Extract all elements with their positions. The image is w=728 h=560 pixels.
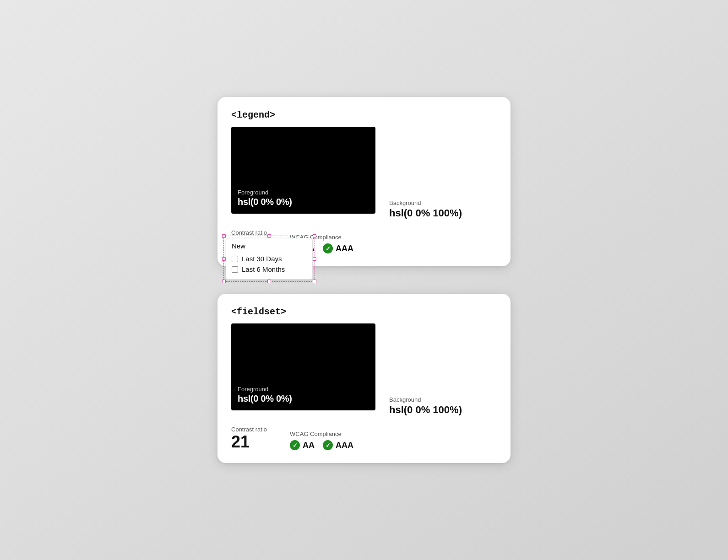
card2-bg-value: hsl(0 0% 100%): [389, 404, 462, 416]
card1-bg-title: Background: [389, 199, 462, 206]
card2-aaa-badge: ✓ AAA: [323, 440, 353, 450]
card2-bg-group: Background hsl(0 0% 100%): [389, 396, 462, 418]
card2-aaa-check-icon: ✓: [323, 440, 333, 450]
card1-contrast-title: Contrast ratio: [231, 229, 267, 236]
card1-fg-title: Foreground: [238, 189, 292, 196]
card2-fg-value: hsl(0 0% 0%): [238, 393, 292, 404]
dropdown-box: New Last 30 Days Last 6 Months: [226, 238, 313, 280]
dropdown-item-last30[interactable]: Last 30 Days: [231, 253, 308, 264]
card2-aa-check-icon: ✓: [290, 440, 300, 450]
card2-wcag-badges: ✓ AA ✓ AAA: [290, 440, 353, 450]
card1-aaa-label: AAA: [336, 244, 353, 253]
card1-color-preview: Foreground hsl(0 0% 0%): [231, 127, 375, 214]
main-container: <legend> Foreground hsl(0 0% 0%) Backgro…: [217, 97, 511, 463]
card2-aaa-label: AAA: [336, 441, 353, 450]
card2-contrast-title: Contrast ratio: [231, 426, 267, 433]
dropdown-item-last6m-label: Last 6 Months: [242, 265, 285, 273]
card2-aa-label: AA: [303, 441, 315, 450]
dropdown-item-last30-label: Last 30 Days: [242, 255, 282, 263]
handle-bc: [267, 280, 271, 283]
card2-metrics: Contrast ratio 21 WCAG Compliance ✓ AA ✓: [231, 426, 497, 450]
card2-contrast-value: 21: [231, 434, 267, 450]
card1-aaa-badge: ✓ AAA: [323, 243, 353, 253]
card2-fg-labels: Foreground hsl(0 0% 0%): [238, 386, 292, 404]
dropdown-label: New: [231, 242, 308, 250]
card1-aaa-check-icon: ✓: [323, 243, 333, 253]
card2-wcag-title: WCAG Compliance: [290, 431, 353, 437]
card2-title: <fieldset>: [231, 307, 497, 317]
card2-fg-title: Foreground: [238, 386, 292, 393]
dropdown-item-last6m[interactable]: Last 6 Months: [231, 264, 308, 275]
card2-preview-row: Foreground hsl(0 0% 0%) Background hsl(0…: [231, 323, 497, 418]
card2-aa-badge: ✓ AA: [290, 440, 315, 450]
card2-bg-title: Background: [389, 396, 462, 403]
card1-bg-group: Background hsl(0 0% 100%): [389, 199, 462, 221]
card1-bg-value: hsl(0 0% 100%): [389, 207, 462, 219]
floating-dropdown-overlay: New Last 30 Days Last 6 Months: [226, 238, 313, 280]
card2-color-preview: Foreground hsl(0 0% 0%): [231, 323, 375, 410]
card1-fg-value: hsl(0 0% 0%): [238, 197, 292, 207]
handle-br: [313, 280, 316, 283]
card2-contrast-group: Contrast ratio 21: [231, 426, 267, 450]
checkbox-last30[interactable]: [232, 256, 238, 262]
card1-preview-row: Foreground hsl(0 0% 0%) Background hsl(0…: [231, 127, 497, 221]
fieldset-card: <fieldset> Foreground hsl(0 0% 0%) Backg…: [217, 294, 511, 463]
checkbox-last6m[interactable]: [232, 266, 238, 273]
card1-title: <legend>: [231, 110, 497, 120]
handle-bl: [222, 280, 226, 283]
card1-fg-labels: Foreground hsl(0 0% 0%): [238, 189, 292, 207]
card2-wcag-group: WCAG Compliance ✓ AA ✓ AAA: [290, 431, 353, 450]
